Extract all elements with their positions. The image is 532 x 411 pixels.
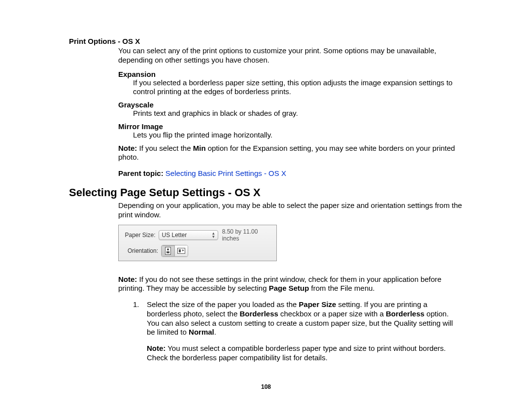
step1-b4: Normal [189,328,214,336]
note-bold-min: Min [193,144,206,152]
orientation-label: Orientation: [123,247,161,254]
paper-size-value: US Letter [162,232,212,239]
orientation-landscape-button[interactable] [175,245,188,256]
step-1-note: Note: You must select a compatible borde… [147,344,463,363]
stepper-arrows-icon: ▴▾ [212,232,215,239]
note2-post: from the File menu. [309,284,374,292]
option-title-grayscale: Grayscale [118,101,463,109]
option-desc-grayscale: Prints text and graphics in black or sha… [133,109,463,118]
document-page: Print Options - OS X You can select any … [0,0,532,411]
paper-size-label: Paper Size: [123,232,159,239]
step-1: 1. Select the size of the paper you load… [133,300,463,337]
option-desc-mirror: Lets you flip the printed image horizont… [133,131,463,140]
page-setup-intro: Depending on your application, you may b… [118,201,463,220]
note-label-2: Note: [118,275,137,283]
page-setup-figure: Paper Size: US Letter ▴▾ 8.50 by 11.00 i… [118,225,277,261]
intro-text: You can select any of the print options … [118,46,463,65]
portrait-icon [165,247,171,255]
section-title-print-options: Print Options - OS X [69,37,463,45]
step1-note-text: You must select a compatible borderless … [147,344,446,362]
note-label: Note: [118,144,137,152]
option-desc-expansion: If you selected a borderless paper size … [133,78,463,97]
step1-t1: Select the size of the paper you loaded … [147,300,299,308]
step1-b1: Paper Size [299,300,336,308]
option-title-mirror: Mirror Image [118,122,463,131]
landscape-icon [177,248,185,254]
step1-note-label: Note: [147,344,166,352]
step1-t3: checkbox or a paper size with a [278,309,386,318]
note-page-setup: Note: If you do not see these settings i… [118,275,463,294]
parent-topic: Parent topic: Selecting Basic Print Sett… [118,169,463,177]
option-title-expansion: Expansion [118,70,463,78]
note2-bold: Page Setup [269,284,309,292]
step-1-body: Select the size of the paper you loaded … [147,300,463,337]
parent-topic-link[interactable]: Selecting Basic Print Settings - OS X [166,169,286,177]
parent-topic-label: Parent topic: [118,169,164,177]
step-1-number: 1. [133,300,147,337]
note-text-pre: If you select the [137,144,193,152]
heading-page-setup: Selecting Page Setup Settings - OS X [69,186,463,199]
step1-b2: Borderless [239,309,278,318]
paper-size-dropdown[interactable]: US Letter ▴▾ [159,230,218,240]
step1-b3: Borderless [386,309,424,318]
paper-dimensions: 8.50 by 11.00 inches [222,228,272,242]
note-expansion-min: Note: If you select the Min option for t… [118,144,463,163]
orientation-toggle [161,245,188,257]
page-number: 108 [0,383,532,390]
orientation-portrait-button[interactable] [162,245,175,256]
step1-t5: . [214,328,216,336]
